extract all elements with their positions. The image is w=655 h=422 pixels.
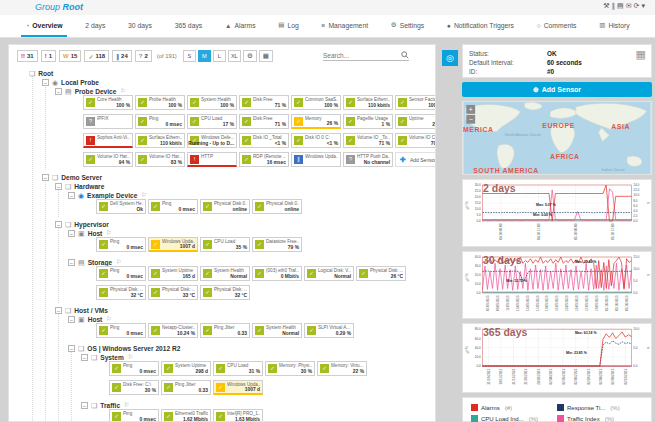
edit-icon[interactable]: ✎ <box>465 348 470 355</box>
sensor-box[interactable]: ✓Volume IO C:70 % <box>395 133 436 148</box>
tab-log[interactable]: ▤Log <box>274 15 303 37</box>
size-button-s[interactable]: S <box>183 50 196 62</box>
tab-history[interactable]: ▥History <box>595 15 633 37</box>
graph-card-2-days[interactable]: 2 days ✎ 04/10 00:0004/10 12:0005/10 00:… <box>462 179 652 247</box>
tree-node[interactable]: −❏Hypervisor <box>55 218 435 227</box>
size-button-xl[interactable]: XL <box>228 50 241 62</box>
edit-icon[interactable]: ✎ <box>465 276 470 283</box>
sensor-box[interactable]: ✓Sensor Factory100 % <box>395 95 436 110</box>
tree-node[interactable]: −❏System⚐ <box>81 351 435 360</box>
sensor-box[interactable]: ✓System Uptime298 d <box>161 361 211 376</box>
collapse-toggle[interactable]: − <box>42 174 49 181</box>
tab-365-days[interactable]: 365 days <box>171 15 207 37</box>
sensor-box[interactable]: ✓Windows Upda...1007 d <box>213 380 263 395</box>
status-chip-up[interactable]: ✓118 <box>84 50 109 62</box>
tree-node[interactable]: −▤Probe Device⚐ <box>55 85 435 94</box>
priority-flag-icon[interactable]: ⚐ <box>120 88 125 94</box>
collapse-toggle[interactable]: − <box>55 88 62 95</box>
collapse-toggle[interactable]: − <box>81 402 88 409</box>
sensor-box[interactable]: ✓RDP (Remote ...16 msec <box>239 152 289 167</box>
sensor-box[interactable]: ✓Logical Disk: V...Normal <box>304 266 354 281</box>
edit-icon[interactable]: ✎ <box>465 204 470 211</box>
priority-flag-icon[interactable]: ⚐ <box>106 316 111 322</box>
sensor-box[interactable]: ✓Volume IO _To...71 % <box>343 133 393 148</box>
sensor-box[interactable]: ✓Physical Disk: ...33 °C <box>148 285 198 300</box>
size-button-l[interactable]: L <box>213 50 226 62</box>
search-icon[interactable] <box>401 51 409 59</box>
tree-node[interactable]: −▣Host⚐ <box>68 313 435 322</box>
tree-node[interactable]: −❏Demo Server <box>42 171 435 180</box>
tab-management[interactable]: ≡Management <box>318 15 372 37</box>
sensor-box[interactable]: ✓Disk Free71 % <box>239 114 289 129</box>
sensor-box[interactable]: ✓System Uptime165 d <box>148 266 198 281</box>
priority-flag-icon[interactable]: ⚐ <box>116 259 121 265</box>
sensor-box[interactable]: ✓SLPI Virtual A...0.29 % <box>304 323 354 338</box>
wrench-icon[interactable]: ⚒ <box>603 2 611 9</box>
sensor-box[interactable]: ✓Physical Disk: ...32 °C <box>96 285 146 300</box>
sensor-box[interactable]: ?IPFIX <box>83 114 133 129</box>
sensor-box[interactable]: ✓Ping Jitter0.33 <box>200 323 250 338</box>
graph-card-365-days[interactable]: 365 days ✎ 31/10/202230/11/202231/12/202… <box>462 323 652 393</box>
tree-node[interactable]: −◉Local Probe <box>42 76 435 85</box>
collapse-toggle[interactable]: − <box>68 316 75 323</box>
sensor-box[interactable]: ✓Probe Health100 % <box>135 95 185 110</box>
priority-flag-icon[interactable]: ⚐ <box>124 402 129 408</box>
sensor-box[interactable]: ✓Windows Defe...Running - Up to D... <box>187 133 237 148</box>
tree-node[interactable]: −❏OS | Windows Server 2012 R2 <box>68 342 435 351</box>
priority-flag-icon[interactable]: ⚐ <box>106 230 111 236</box>
sensor-box[interactable]: ✓Netapp-Cluster...10.24 % <box>148 323 198 338</box>
status-chip-paused[interactable]: ∥24 <box>112 50 132 62</box>
world-map[interactable]: + − AMERICA EUROPE ASIA AFRICA SOUTH AME… <box>463 102 651 174</box>
sensor-box[interactable]: ✓Ping0 msec <box>96 237 146 252</box>
panel-toggle-button[interactable]: ◎ <box>442 50 458 66</box>
sensor-box[interactable]: ✓CPU Load17 % <box>187 114 237 129</box>
sensor-box[interactable]: ✓Ping Jitter0.33 <box>161 380 211 395</box>
sensor-box[interactable]: ✓Memory: Physi...30 % <box>265 361 315 376</box>
sensor-box[interactable]: ✓Ping0 msec <box>96 323 146 338</box>
sensor-box[interactable]: ✓Ethernet0 Traffic1.62 Mbit/s <box>161 409 211 422</box>
sensor-box[interactable]: ✓Core Health100 % <box>83 95 133 110</box>
tab-overview[interactable]: ◔Overview <box>21 15 66 37</box>
legend-item-alarms[interactable]: Alarms(#) <box>471 404 557 411</box>
sensor-box[interactable]: ✓Disk IO _Total<1 % <box>239 133 289 148</box>
sensor-box[interactable]: ✓Dell System He...Ok <box>96 199 146 214</box>
tab-comments[interactable]: ○Comments <box>533 15 581 37</box>
sensor-box[interactable]: ✓Memory26 % <box>291 114 341 129</box>
collapse-toggle[interactable]: − <box>68 345 75 352</box>
tab-settings[interactable]: ⚙Settings <box>387 15 428 37</box>
chevron-down-icon[interactable]: ▾ <box>641 2 647 9</box>
add-sensor-tile[interactable]: ✚Add Sensor <box>395 152 436 167</box>
collapse-toggle[interactable]: − <box>68 259 75 266</box>
sensor-box[interactable]: ✓Ping0 msec <box>109 361 159 376</box>
sensor-box[interactable]: ✓Physical Disk: ...26 °C <box>356 266 406 281</box>
tree-node[interactable]: −▤Storage⚐ <box>68 256 435 265</box>
legend-item-response-time[interactable]: Response Ti...(%) <box>557 404 643 411</box>
sensor-box[interactable]: ✓Ping0 msec <box>96 266 146 281</box>
sensor-box[interactable]: ✓Volume IO Har...83 % <box>135 152 185 167</box>
collapse-toggle[interactable]: − <box>81 354 88 361</box>
sensor-box[interactable]: ✓Surface Ethern...110 kbit/s <box>343 95 393 110</box>
sensor-box[interactable]: ✓Ping0 msec <box>135 114 185 129</box>
sensor-box[interactable]: ✓(003) eth0 Traf...0 Mbit/s <box>252 266 302 281</box>
priority-flag-icon[interactable]: ⚐ <box>141 192 146 198</box>
collapse-toggle[interactable]: − <box>68 192 75 199</box>
add-sensor-button[interactable]: ⊕Add Sensor <box>462 82 652 97</box>
sensor-box[interactable]: !HTTP <box>187 152 237 167</box>
legend-item-cpu-load[interactable]: CPU Load Ind...(%) <box>471 415 557 422</box>
sensor-box[interactable]: ∥Windows Upda... <box>291 152 341 167</box>
sensor-box[interactable]: ✓Disk Free: C:\30 % <box>109 380 159 395</box>
sensor-box[interactable]: ✓Volume IO Har...94 % <box>83 152 133 167</box>
header-action-icons[interactable]: ⚒∥▤✉⟳▾ <box>603 2 647 10</box>
sensor-box[interactable]: ✓System HealthNormal <box>200 266 250 281</box>
sensor-box[interactable]: ✓Pagefile Usage1 % <box>343 114 393 129</box>
collapse-toggle[interactable]: − <box>42 79 49 86</box>
sensor-box[interactable]: ✓Uptime26 d <box>395 114 436 129</box>
status-chip-down[interactable]: !!31 <box>17 50 38 62</box>
sensor-box[interactable]: ✓System HealthNormal <box>252 323 302 338</box>
sensor-box[interactable]: ✓CPU Load35 % <box>200 237 250 252</box>
sensor-box[interactable]: ✓Physical Disk 0...online <box>252 199 302 214</box>
tree-node[interactable]: −▣Host⚐ <box>68 227 435 236</box>
sensor-box[interactable]: ✓Datastore Free...79 % <box>252 237 302 252</box>
sensor-box[interactable]: ✓Intel[R] PRO_1...1.63 Mbit/s <box>213 409 263 422</box>
tab-2-days[interactable]: 2 days <box>81 15 109 37</box>
